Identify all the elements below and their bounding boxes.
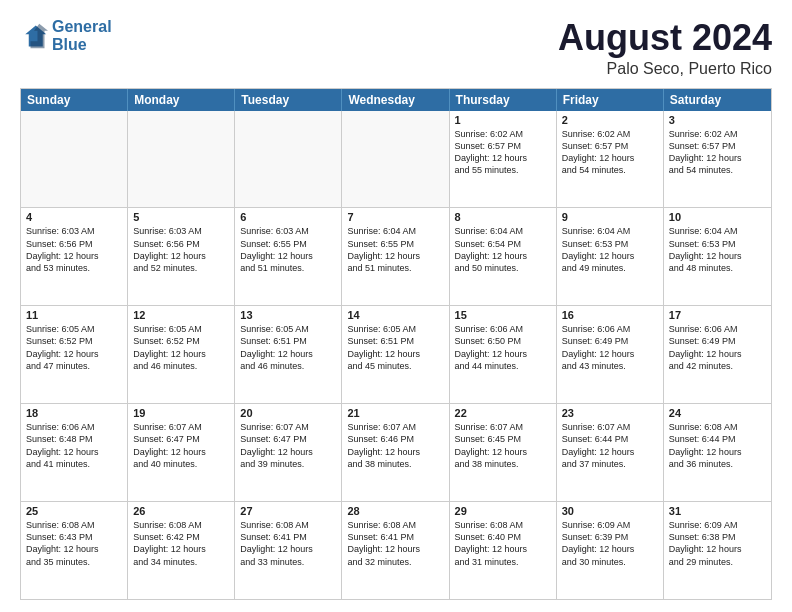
day-number: 7 bbox=[347, 211, 443, 223]
cell-sun-info: Sunrise: 6:03 AMSunset: 6:55 PMDaylight:… bbox=[240, 225, 336, 274]
week-row-4: 18Sunrise: 6:06 AMSunset: 6:48 PMDayligh… bbox=[21, 404, 771, 502]
day-number: 13 bbox=[240, 309, 336, 321]
day-number: 19 bbox=[133, 407, 229, 419]
cal-cell: 22Sunrise: 6:07 AMSunset: 6:45 PMDayligh… bbox=[450, 404, 557, 501]
day-number: 5 bbox=[133, 211, 229, 223]
cal-cell: 6Sunrise: 6:03 AMSunset: 6:55 PMDaylight… bbox=[235, 208, 342, 305]
cell-sun-info: Sunrise: 6:02 AMSunset: 6:57 PMDaylight:… bbox=[455, 128, 551, 177]
cal-cell: 8Sunrise: 6:04 AMSunset: 6:54 PMDaylight… bbox=[450, 208, 557, 305]
day-number: 2 bbox=[562, 114, 658, 126]
cal-cell: 5Sunrise: 6:03 AMSunset: 6:56 PMDaylight… bbox=[128, 208, 235, 305]
cell-sun-info: Sunrise: 6:02 AMSunset: 6:57 PMDaylight:… bbox=[669, 128, 766, 177]
cell-sun-info: Sunrise: 6:08 AMSunset: 6:43 PMDaylight:… bbox=[26, 519, 122, 568]
cell-sun-info: Sunrise: 6:07 AMSunset: 6:47 PMDaylight:… bbox=[133, 421, 229, 470]
logo: General Blue bbox=[20, 18, 112, 53]
day-number: 22 bbox=[455, 407, 551, 419]
cell-sun-info: Sunrise: 6:05 AMSunset: 6:52 PMDaylight:… bbox=[133, 323, 229, 372]
title-block: August 2024 Palo Seco, Puerto Rico bbox=[558, 18, 772, 78]
logo-general: General bbox=[52, 18, 112, 35]
main-title: August 2024 bbox=[558, 18, 772, 58]
cal-cell: 1Sunrise: 6:02 AMSunset: 6:57 PMDaylight… bbox=[450, 111, 557, 208]
cal-cell: 28Sunrise: 6:08 AMSunset: 6:41 PMDayligh… bbox=[342, 502, 449, 599]
cell-sun-info: Sunrise: 6:07 AMSunset: 6:47 PMDaylight:… bbox=[240, 421, 336, 470]
header-day-sunday: Sunday bbox=[21, 89, 128, 111]
cal-cell: 21Sunrise: 6:07 AMSunset: 6:46 PMDayligh… bbox=[342, 404, 449, 501]
day-number: 25 bbox=[26, 505, 122, 517]
day-number: 12 bbox=[133, 309, 229, 321]
cal-cell: 15Sunrise: 6:06 AMSunset: 6:50 PMDayligh… bbox=[450, 306, 557, 403]
cell-sun-info: Sunrise: 6:08 AMSunset: 6:42 PMDaylight:… bbox=[133, 519, 229, 568]
logo-icon bbox=[20, 22, 48, 50]
day-number: 10 bbox=[669, 211, 766, 223]
cal-cell: 7Sunrise: 6:04 AMSunset: 6:55 PMDaylight… bbox=[342, 208, 449, 305]
cell-sun-info: Sunrise: 6:06 AMSunset: 6:49 PMDaylight:… bbox=[669, 323, 766, 372]
cal-cell: 17Sunrise: 6:06 AMSunset: 6:49 PMDayligh… bbox=[664, 306, 771, 403]
week-row-1: 1Sunrise: 6:02 AMSunset: 6:57 PMDaylight… bbox=[21, 111, 771, 209]
day-number: 14 bbox=[347, 309, 443, 321]
cal-cell bbox=[342, 111, 449, 208]
header-day-saturday: Saturday bbox=[664, 89, 771, 111]
day-number: 3 bbox=[669, 114, 766, 126]
cal-cell: 19Sunrise: 6:07 AMSunset: 6:47 PMDayligh… bbox=[128, 404, 235, 501]
cell-sun-info: Sunrise: 6:05 AMSunset: 6:52 PMDaylight:… bbox=[26, 323, 122, 372]
cal-cell: 10Sunrise: 6:04 AMSunset: 6:53 PMDayligh… bbox=[664, 208, 771, 305]
cal-cell bbox=[128, 111, 235, 208]
cell-sun-info: Sunrise: 6:07 AMSunset: 6:44 PMDaylight:… bbox=[562, 421, 658, 470]
day-number: 1 bbox=[455, 114, 551, 126]
calendar-body: 1Sunrise: 6:02 AMSunset: 6:57 PMDaylight… bbox=[21, 111, 771, 599]
cal-cell: 26Sunrise: 6:08 AMSunset: 6:42 PMDayligh… bbox=[128, 502, 235, 599]
cal-cell: 4Sunrise: 6:03 AMSunset: 6:56 PMDaylight… bbox=[21, 208, 128, 305]
cell-sun-info: Sunrise: 6:06 AMSunset: 6:48 PMDaylight:… bbox=[26, 421, 122, 470]
day-number: 11 bbox=[26, 309, 122, 321]
cell-sun-info: Sunrise: 6:06 AMSunset: 6:49 PMDaylight:… bbox=[562, 323, 658, 372]
cal-cell: 2Sunrise: 6:02 AMSunset: 6:57 PMDaylight… bbox=[557, 111, 664, 208]
cal-cell: 16Sunrise: 6:06 AMSunset: 6:49 PMDayligh… bbox=[557, 306, 664, 403]
page: General Blue August 2024 Palo Seco, Puer… bbox=[0, 0, 792, 612]
header-day-wednesday: Wednesday bbox=[342, 89, 449, 111]
cell-sun-info: Sunrise: 6:03 AMSunset: 6:56 PMDaylight:… bbox=[26, 225, 122, 274]
cal-cell bbox=[235, 111, 342, 208]
day-number: 6 bbox=[240, 211, 336, 223]
day-number: 21 bbox=[347, 407, 443, 419]
day-number: 4 bbox=[26, 211, 122, 223]
calendar-header: SundayMondayTuesdayWednesdayThursdayFrid… bbox=[21, 89, 771, 111]
cal-cell: 25Sunrise: 6:08 AMSunset: 6:43 PMDayligh… bbox=[21, 502, 128, 599]
cell-sun-info: Sunrise: 6:04 AMSunset: 6:54 PMDaylight:… bbox=[455, 225, 551, 274]
day-number: 29 bbox=[455, 505, 551, 517]
cell-sun-info: Sunrise: 6:04 AMSunset: 6:53 PMDaylight:… bbox=[562, 225, 658, 274]
cell-sun-info: Sunrise: 6:08 AMSunset: 6:41 PMDaylight:… bbox=[240, 519, 336, 568]
cal-cell: 31Sunrise: 6:09 AMSunset: 6:38 PMDayligh… bbox=[664, 502, 771, 599]
cell-sun-info: Sunrise: 6:06 AMSunset: 6:50 PMDaylight:… bbox=[455, 323, 551, 372]
day-number: 28 bbox=[347, 505, 443, 517]
header-day-monday: Monday bbox=[128, 89, 235, 111]
cal-cell: 30Sunrise: 6:09 AMSunset: 6:39 PMDayligh… bbox=[557, 502, 664, 599]
cal-cell: 23Sunrise: 6:07 AMSunset: 6:44 PMDayligh… bbox=[557, 404, 664, 501]
cal-cell: 20Sunrise: 6:07 AMSunset: 6:47 PMDayligh… bbox=[235, 404, 342, 501]
cal-cell: 29Sunrise: 6:08 AMSunset: 6:40 PMDayligh… bbox=[450, 502, 557, 599]
header: General Blue August 2024 Palo Seco, Puer… bbox=[20, 18, 772, 78]
cell-sun-info: Sunrise: 6:07 AMSunset: 6:45 PMDaylight:… bbox=[455, 421, 551, 470]
cell-sun-info: Sunrise: 6:07 AMSunset: 6:46 PMDaylight:… bbox=[347, 421, 443, 470]
day-number: 15 bbox=[455, 309, 551, 321]
calendar: SundayMondayTuesdayWednesdayThursdayFrid… bbox=[20, 88, 772, 600]
cell-sun-info: Sunrise: 6:03 AMSunset: 6:56 PMDaylight:… bbox=[133, 225, 229, 274]
day-number: 9 bbox=[562, 211, 658, 223]
week-row-5: 25Sunrise: 6:08 AMSunset: 6:43 PMDayligh… bbox=[21, 502, 771, 599]
cal-cell: 18Sunrise: 6:06 AMSunset: 6:48 PMDayligh… bbox=[21, 404, 128, 501]
cell-sun-info: Sunrise: 6:09 AMSunset: 6:38 PMDaylight:… bbox=[669, 519, 766, 568]
header-day-tuesday: Tuesday bbox=[235, 89, 342, 111]
header-day-thursday: Thursday bbox=[450, 89, 557, 111]
cell-sun-info: Sunrise: 6:05 AMSunset: 6:51 PMDaylight:… bbox=[347, 323, 443, 372]
cal-cell: 3Sunrise: 6:02 AMSunset: 6:57 PMDaylight… bbox=[664, 111, 771, 208]
day-number: 23 bbox=[562, 407, 658, 419]
cal-cell: 27Sunrise: 6:08 AMSunset: 6:41 PMDayligh… bbox=[235, 502, 342, 599]
logo-blue: Blue bbox=[52, 36, 87, 53]
cal-cell: 12Sunrise: 6:05 AMSunset: 6:52 PMDayligh… bbox=[128, 306, 235, 403]
cal-cell: 24Sunrise: 6:08 AMSunset: 6:44 PMDayligh… bbox=[664, 404, 771, 501]
day-number: 16 bbox=[562, 309, 658, 321]
day-number: 27 bbox=[240, 505, 336, 517]
day-number: 18 bbox=[26, 407, 122, 419]
day-number: 31 bbox=[669, 505, 766, 517]
day-number: 24 bbox=[669, 407, 766, 419]
cal-cell: 11Sunrise: 6:05 AMSunset: 6:52 PMDayligh… bbox=[21, 306, 128, 403]
